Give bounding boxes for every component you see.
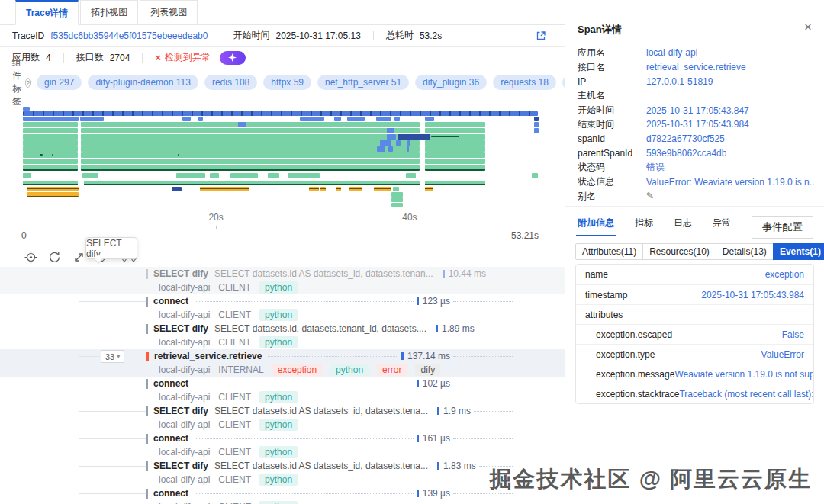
event-value[interactable]: Traceback (most recent call last): ... (679, 389, 814, 400)
span-name[interactable]: SELECT dify (153, 323, 214, 334)
event-value[interactable]: exception (765, 269, 804, 280)
flame-span-bar[interactable] (81, 134, 420, 140)
flame-span-bar[interactable] (406, 173, 417, 178)
flame-span-bar[interactable] (391, 192, 403, 197)
flame-span-bar[interactable] (238, 122, 245, 127)
info-tab-item[interactable]: 日志 (674, 217, 692, 236)
event-value[interactable]: 2025-10-31 17:05:43.984 (701, 290, 804, 300)
child-count-badge[interactable]: 33▾ (101, 350, 124, 363)
span-row[interactable]: SELECT difySELECT datasets.id, datasets.… (0, 322, 565, 349)
flame-span-bar[interactable] (377, 146, 385, 152)
flame-span-bar[interactable] (198, 117, 203, 121)
flame-span-bar[interactable] (81, 140, 420, 146)
flame-span-bar[interactable] (172, 187, 182, 191)
flame-span-bar[interactable] (200, 187, 249, 191)
field-value[interactable]: local-dify-api (646, 47, 697, 58)
span-row[interactable]: SELECT difySELECT datasets.id AS dataset… (0, 404, 565, 432)
flame-span-bar[interactable] (398, 134, 430, 140)
flame-span-bar[interactable] (407, 146, 409, 152)
flame-span-bar[interactable] (81, 165, 420, 171)
component-tag-pill[interactable]: dify-plugin-daemon 113 (88, 75, 198, 90)
flame-span-bar[interactable] (425, 128, 486, 133)
flame-span-bar[interactable] (23, 111, 538, 116)
flame-span-bar[interactable] (23, 146, 78, 152)
flame-span-bar[interactable] (309, 187, 319, 191)
component-tag-pill[interactable]: net_http_server 51 (317, 75, 409, 90)
span-name[interactable]: retrieval_service.retrieve (154, 351, 268, 361)
flame-span-bar[interactable] (23, 134, 78, 140)
span-row[interactable]: connect123 µslocal-dify-apiCLIENTpython (0, 294, 565, 322)
component-tag-pill[interactable]: redis 108 (204, 75, 257, 90)
flame-span-bar[interactable] (320, 187, 326, 191)
flame-span-bar[interactable] (176, 173, 205, 178)
flame-span-bar[interactable] (23, 165, 78, 171)
locate-icon[interactable] (24, 251, 37, 264)
flame-span-bar[interactable] (387, 128, 395, 133)
span-name[interactable]: SELECT dify (153, 268, 214, 279)
view-tab-item[interactable]: 列表视图 (140, 0, 198, 25)
flame-span-bar[interactable] (534, 117, 538, 121)
component-tag-pill[interactable]: dify_plugin 36 (415, 75, 487, 90)
flame-span-bar[interactable] (425, 140, 486, 146)
flame-span-bar[interactable] (387, 134, 396, 140)
span-name[interactable]: connect (153, 296, 195, 307)
span-name[interactable]: connect (153, 378, 195, 389)
flame-span-bar[interactable] (534, 122, 538, 127)
field-value[interactable]: ValueError: Weaviate version 1.19.0 is n… (646, 177, 815, 188)
flame-span-bar[interactable] (27, 187, 79, 191)
segment-events[interactable]: Events(1) (773, 243, 824, 260)
span-row[interactable]: SELECT difySELECT datasets.id AS dataset… (0, 459, 565, 486)
component-tag-pill[interactable]: requests 18 (493, 75, 556, 90)
flame-span-bar[interactable] (425, 146, 486, 152)
span-name[interactable]: connect (153, 488, 195, 499)
flame-span-bar[interactable] (425, 165, 486, 171)
flame-span-bar[interactable] (393, 187, 399, 191)
field-value[interactable]: 593e9b8062cca4db (646, 148, 726, 159)
flame-span-bar[interactable] (84, 181, 420, 185)
flame-span-bar[interactable] (334, 117, 341, 121)
segment-resources[interactable]: Resources(10) (642, 243, 716, 260)
field-value[interactable]: 127.0.0.1-51819 (646, 76, 713, 87)
flame-span-bar[interactable] (230, 173, 258, 178)
close-icon[interactable]: × (804, 20, 812, 35)
segment-attributes[interactable]: Attributes(11) (575, 243, 643, 260)
flame-span-bar[interactable] (425, 181, 486, 185)
flame-span-bar[interactable] (23, 140, 78, 146)
flame-span-bar[interactable] (23, 159, 78, 164)
flame-span-bar[interactable] (80, 117, 104, 121)
flame-span-bar[interactable] (391, 203, 403, 207)
flame-span-bar[interactable] (349, 187, 362, 191)
flame-span-bar[interactable] (81, 146, 420, 152)
flame-span-bar[interactable] (347, 117, 364, 121)
event-config-button[interactable]: 事件配置 (752, 216, 813, 239)
flame-span-bar[interactable] (40, 154, 42, 156)
flame-span-bar[interactable] (81, 159, 420, 164)
flame-span-bar[interactable] (23, 152, 78, 158)
span-row[interactable]: connect161 µslocal-dify-apiCLIENTpython (0, 432, 565, 459)
span-row[interactable]: connect102 µslocal-dify-apiCLIENTpython (0, 377, 565, 404)
open-external-icon[interactable] (536, 30, 546, 41)
segment-details[interactable]: Details(13) (716, 243, 774, 260)
info-tab-item[interactable]: 指标 (635, 217, 653, 236)
flame-span-bar[interactable] (391, 197, 403, 202)
flame-span-bar[interactable] (23, 173, 31, 178)
field-value[interactable]: 错误 (646, 161, 665, 174)
span-name[interactable]: SELECT dify (153, 406, 214, 416)
flame-span-bar[interactable] (182, 117, 191, 121)
event-value[interactable]: Weaviate version 1.19.0 is not sup... (674, 369, 814, 380)
flame-span-bar[interactable] (23, 107, 30, 111)
info-tab-active[interactable]: 附加信息 (578, 217, 614, 236)
span-name[interactable]: SELECT dify (153, 461, 214, 471)
flame-span-bar[interactable] (376, 117, 391, 121)
flame-span-bar[interactable] (532, 173, 538, 178)
span-name[interactable]: connect (153, 433, 195, 444)
flame-span-bar[interactable] (81, 152, 420, 158)
ai-diagnose-button[interactable] (220, 51, 246, 65)
expand-icon[interactable] (72, 251, 85, 264)
flame-span-bar[interactable] (534, 128, 538, 133)
flame-span-bar[interactable] (268, 173, 279, 178)
help-question-icon[interactable]: ? (25, 78, 31, 88)
edit-pencil-icon[interactable]: ✎ (646, 191, 654, 201)
event-value[interactable]: ValueError (761, 349, 804, 360)
span-row-selected[interactable]: 33▾retrieval_service.retrieve137.14 mslo… (0, 349, 565, 377)
